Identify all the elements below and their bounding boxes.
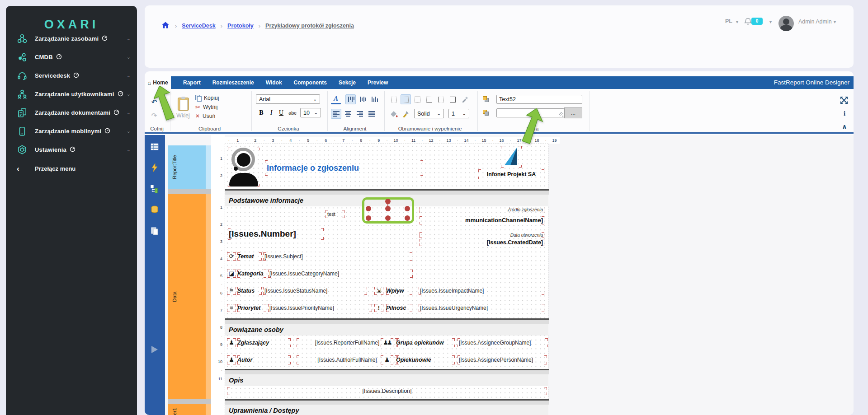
tab-sekcje[interactable]: Sekcje — [333, 76, 362, 89]
author-icon[interactable]: ♟ — [227, 355, 236, 364]
border-none-button[interactable] — [401, 94, 411, 104]
row-label[interactable]: Pilność — [386, 304, 412, 312]
border-all-button[interactable] — [389, 94, 399, 104]
priority-icon[interactable]: ≡ — [227, 304, 236, 312]
tab-widok[interactable]: Widok — [260, 76, 288, 89]
subject-icon[interactable]: ⟳ — [227, 252, 236, 261]
issue-number-field[interactable]: [Issues.Number] — [228, 228, 324, 240]
valign-bottom-button[interactable] — [369, 94, 379, 104]
created-date-field[interactable]: [Issues.CreatedDate] — [420, 239, 544, 246]
status-icon[interactable]: ⚑ — [227, 287, 236, 295]
row-value[interactable]: [Issues.IssueUrgencyName] — [419, 304, 544, 312]
urgency-icon[interactable]: ! — [374, 304, 383, 312]
delete-button[interactable]: ✕ Usuń — [195, 112, 230, 120]
company-logo[interactable] — [501, 146, 522, 168]
section-header-description[interactable]: Opis — [225, 374, 548, 386]
selection-handle[interactable] — [385, 215, 391, 221]
language-selector[interactable]: PL — [725, 18, 732, 24]
row-label[interactable]: Wpływ — [386, 287, 412, 295]
tab-rozmieszczenie[interactable]: Rozmieszczenie — [207, 76, 260, 89]
selection-handle[interactable] — [405, 215, 410, 221]
align-left-button[interactable] — [331, 109, 341, 119]
reporter-icon[interactable]: ♟ — [227, 338, 236, 347]
band-next[interactable]: er1 — [168, 404, 206, 415]
row-value[interactable]: [Issues.IssueImpactName] — [419, 287, 544, 295]
communication-channel-field[interactable]: mmunicationChannelName] — [420, 216, 544, 224]
row-label[interactable]: Kategoria — [237, 270, 266, 278]
fill-color-button[interactable] — [389, 109, 399, 119]
sidebar-item-mobilne[interactable]: Zarządzanie mobilnymi ⌄ — [6, 122, 137, 140]
valign-top-button[interactable] — [345, 94, 356, 104]
structure-icon[interactable] — [150, 184, 159, 193]
row-value[interactable]: [Issues.AssigneePersonName] — [458, 355, 547, 364]
tab-raport[interactable]: Raport — [177, 76, 207, 89]
home-icon[interactable] — [162, 22, 169, 30]
selection-handle[interactable] — [385, 199, 391, 204]
bring-forward-button[interactable] — [481, 94, 491, 104]
border-outline-button[interactable] — [448, 94, 458, 104]
notification-caret-icon[interactable]: ▾ — [769, 19, 772, 24]
category-icon[interactable]: ◪ — [227, 270, 236, 278]
report-canvas[interactable]: Informacje o zgłoszeniu Infonet Projekt … — [225, 144, 548, 415]
pages-icon[interactable] — [150, 226, 159, 235]
font-size-select[interactable]: 10⌄ — [300, 108, 321, 117]
row-value[interactable]: [Issues.IssueStatusName] — [263, 287, 367, 295]
report-title-text[interactable]: Informacje o zgłoszeniu — [265, 160, 423, 176]
report-tree-icon[interactable] — [150, 142, 159, 151]
sidebar-item-dokumenty[interactable]: Zarządzanie dokumentami ⌄ — [6, 103, 137, 122]
row-value[interactable]: [Issues.AssigneeGroupName] — [458, 338, 548, 347]
run-preview-icon[interactable] — [150, 345, 159, 354]
sidebar-item-cmdb[interactable]: CMDB ⌄ — [6, 48, 137, 66]
company-name-text[interactable]: Infonet Projekt SA — [478, 169, 544, 179]
font-family-select[interactable]: Arial⌄ — [256, 94, 320, 104]
row-value[interactable]: [Issues.IssuePriorityName] — [268, 304, 372, 312]
selection-handle[interactable] — [405, 206, 410, 211]
breadcrumb-link-servicedesk[interactable]: ServiceDesk — [182, 23, 215, 29]
copy-button[interactable]: Kopiuj — [195, 94, 230, 102]
avatar[interactable] — [778, 16, 794, 31]
underline-button[interactable]: U — [277, 108, 286, 118]
sidebar-item-ustawienia[interactable]: Ustawienia ⌄ — [6, 140, 137, 159]
sidebar-toggle-menu[interactable]: ‹ Przełącz menu — [6, 159, 137, 178]
support-agent-image[interactable] — [228, 148, 259, 187]
info-icon[interactable]: i — [841, 109, 848, 118]
data-sources-icon[interactable] — [150, 205, 159, 214]
border-left-button[interactable] — [436, 94, 446, 104]
row-label[interactable]: Autor — [237, 355, 291, 364]
row-value[interactable]: [Issues.IssueCategoryName] — [268, 270, 413, 278]
collapse-ribbon-icon[interactable]: ∧ — [840, 122, 849, 131]
assignee-group-icon[interactable]: ♟♟ — [381, 338, 393, 347]
sidebar-item-uzytkownicy[interactable]: Zarządzanie użytkownikami ⌄ — [6, 85, 137, 103]
brush-button[interactable] — [401, 109, 411, 119]
cut-button[interactable]: ✂ Wytnij — [195, 103, 230, 111]
more-options-button[interactable]: ... — [564, 107, 582, 118]
band-report-title[interactable]: ReportTitle — [168, 145, 206, 189]
object-name-input[interactable]: Text52 — [496, 95, 582, 104]
border-props-button[interactable] — [459, 94, 470, 104]
events-icon[interactable] — [150, 163, 159, 172]
selection-handle[interactable] — [366, 215, 371, 221]
align-right-button[interactable] — [354, 109, 365, 119]
bell-icon[interactable] — [744, 17, 752, 27]
sidebar-item-zasoby[interactable]: Zarządzanie zasobami ⌄ — [6, 29, 137, 48]
created-date-label[interactable]: Data utworzenia — [420, 232, 544, 238]
description-field[interactable]: [Issues.Description] — [227, 387, 547, 395]
border-style-select[interactable]: Solid⌄ — [414, 109, 444, 118]
border-bottom-button[interactable] — [424, 94, 434, 104]
valign-center-button[interactable] — [357, 94, 368, 104]
row-label[interactable]: Priorytet — [237, 304, 266, 312]
row-label[interactable]: Zgłaszający — [237, 338, 291, 347]
font-color-button[interactable]: A — [331, 94, 341, 104]
border-top-button[interactable] — [412, 94, 423, 104]
row-label[interactable]: Opiekunowie — [396, 355, 455, 364]
strikethrough-button[interactable]: abc — [287, 108, 298, 118]
tab-components[interactable]: Components — [288, 76, 333, 89]
section-header-permissions[interactable]: Uprawnienia / Dostępy — [225, 405, 548, 415]
selected-text-object[interactable] — [362, 197, 414, 224]
fullscreen-icon[interactable] — [839, 95, 849, 105]
row-label[interactable]: Grupa opiekunów — [396, 338, 455, 347]
language-caret-icon[interactable]: ▾ — [736, 19, 738, 24]
row-label[interactable]: Temat — [237, 252, 262, 261]
source-label[interactable]: Źródło zgłoszenia — [420, 207, 544, 213]
selection-handle[interactable] — [366, 206, 371, 211]
